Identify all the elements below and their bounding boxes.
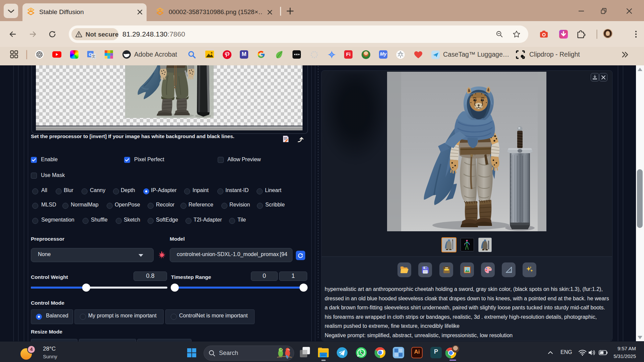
- svg-text:文: 文: [92, 54, 96, 58]
